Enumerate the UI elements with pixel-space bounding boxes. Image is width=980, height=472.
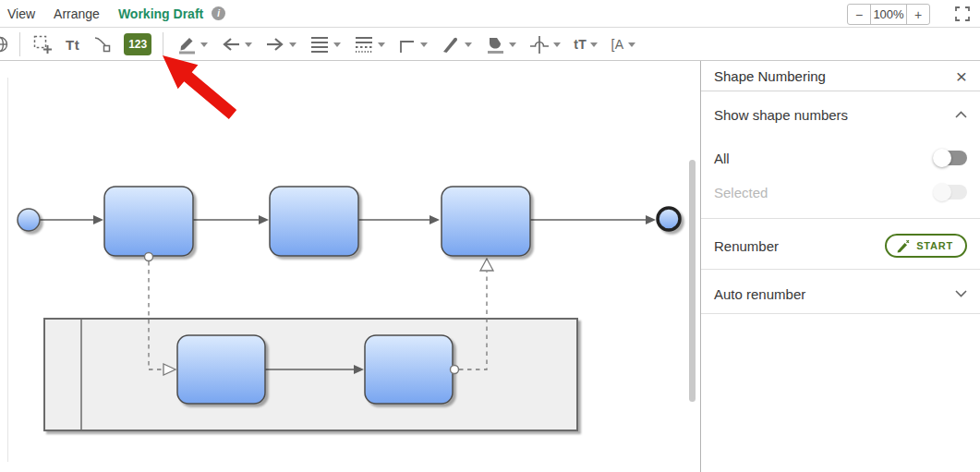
toggle-selected-label: Selected bbox=[714, 185, 935, 200]
divider bbox=[701, 218, 980, 219]
font-size-icon[interactable]: tT bbox=[574, 37, 598, 52]
menu-working-draft[interactable]: Working Draft bbox=[118, 6, 203, 21]
toggle-all-label: All bbox=[714, 151, 935, 166]
dropdown-caret bbox=[289, 42, 296, 47]
pool-task-2[interactable] bbox=[365, 335, 453, 404]
pencil-icon bbox=[896, 238, 911, 253]
chevron-down-icon bbox=[955, 290, 967, 297]
renumber-label: Renumber bbox=[714, 238, 885, 254]
end-event[interactable] bbox=[658, 208, 680, 230]
menu-view[interactable]: View bbox=[7, 6, 35, 21]
connector-endpoint-2[interactable] bbox=[451, 366, 459, 374]
dropdown-caret bbox=[553, 42, 561, 47]
menu-bar: View Arrange Working Draft i − 100% + bbox=[0, 0, 980, 28]
toolbar: Tt 123 bbox=[0, 29, 980, 61]
dashed-connector-2-arrowhead bbox=[480, 259, 493, 271]
select-add-icon[interactable] bbox=[33, 35, 53, 54]
pool-container[interactable] bbox=[44, 319, 577, 430]
chevron-up-icon bbox=[955, 111, 967, 118]
diagram-canvas[interactable] bbox=[0, 62, 700, 472]
vertical-scrollbar[interactable] bbox=[689, 160, 696, 402]
text-format-icon[interactable]: [A bbox=[611, 37, 635, 52]
task-2[interactable] bbox=[270, 187, 358, 256]
panel-header: Shape Numbering × bbox=[701, 61, 980, 91]
diagram-svg bbox=[0, 62, 700, 472]
edge-color-icon[interactable] bbox=[176, 34, 208, 54]
section-label: Auto renumber bbox=[714, 286, 955, 302]
section-label: Show shape numbers bbox=[714, 107, 955, 123]
fill-color-icon[interactable] bbox=[485, 34, 516, 54]
globe-icon[interactable] bbox=[0, 36, 8, 53]
dropdown-caret bbox=[628, 42, 635, 47]
arrow-start-icon[interactable] bbox=[221, 35, 252, 54]
toggle-all[interactable] bbox=[935, 151, 967, 165]
dropdown-caret bbox=[200, 42, 208, 47]
line-end-style-icon[interactable] bbox=[354, 35, 385, 54]
shape-numbering-toolbar-button[interactable]: 123 bbox=[124, 33, 151, 55]
task-3[interactable] bbox=[442, 187, 530, 256]
divider bbox=[701, 269, 980, 270]
task-1[interactable] bbox=[104, 187, 193, 256]
toggle-knob bbox=[933, 149, 951, 167]
divider bbox=[701, 313, 980, 314]
pool-task-1[interactable] bbox=[177, 335, 265, 404]
dropdown-caret bbox=[333, 42, 341, 47]
connector-style-icon[interactable] bbox=[398, 35, 428, 54]
row-all: All bbox=[701, 144, 980, 172]
toolbar-separator bbox=[163, 32, 163, 56]
start-button-label: START bbox=[916, 240, 953, 251]
line-jumps-icon[interactable] bbox=[529, 34, 561, 54]
start-event[interactable] bbox=[18, 209, 40, 231]
arrow-end-icon[interactable] bbox=[265, 35, 296, 54]
zoom-out-button[interactable]: − bbox=[848, 5, 870, 24]
menu-arrange[interactable]: Arrange bbox=[54, 6, 100, 21]
fullscreen-icon[interactable] bbox=[955, 6, 970, 21]
section-show-shape-numbers[interactable]: Show shape numbers bbox=[701, 102, 980, 127]
shape-numbering-panel: Shape Numbering × Show shape numbers All… bbox=[700, 61, 980, 472]
zoom-level[interactable]: 100% bbox=[870, 5, 907, 24]
dropdown-caret bbox=[509, 42, 516, 47]
pen-icon[interactable] bbox=[441, 34, 472, 54]
row-renumber: Renumber START bbox=[701, 227, 980, 264]
close-icon[interactable]: × bbox=[956, 67, 967, 86]
panel-title: Shape Numbering bbox=[714, 68, 956, 84]
dropdown-caret bbox=[420, 42, 428, 47]
waypoints-icon[interactable] bbox=[92, 35, 111, 54]
connector-endpoint-1[interactable] bbox=[145, 253, 153, 261]
renumber-start-button[interactable]: START bbox=[885, 234, 967, 258]
dropdown-caret bbox=[245, 42, 252, 47]
diagram-editor-app: View Arrange Working Draft i − 100% + bbox=[0, 0, 980, 472]
info-icon[interactable]: i bbox=[212, 6, 225, 20]
toggle-selected[interactable] bbox=[935, 185, 967, 200]
font-icon[interactable]: Tt bbox=[66, 37, 79, 53]
zoom-in-button[interactable]: + bbox=[907, 5, 929, 24]
line-start-style-icon[interactable] bbox=[309, 35, 341, 54]
dropdown-caret bbox=[378, 42, 385, 47]
toggle-knob bbox=[933, 183, 951, 201]
toolbar-separator bbox=[19, 32, 20, 56]
zoom-controls: − 100% + bbox=[847, 4, 930, 25]
row-selected: Selected bbox=[701, 178, 980, 206]
dropdown-caret bbox=[465, 42, 472, 47]
dropdown-caret bbox=[590, 42, 598, 47]
section-auto-renumber[interactable]: Auto renumber bbox=[701, 278, 980, 309]
